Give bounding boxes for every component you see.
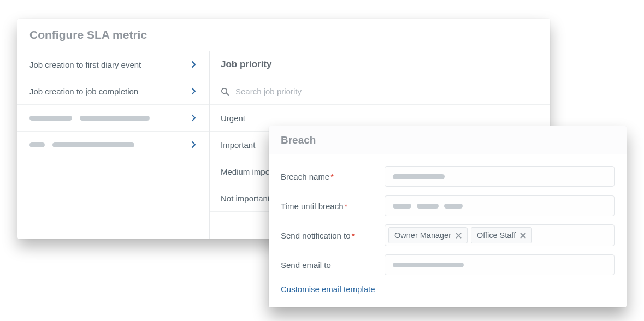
recipient-tag[interactable]: Owner Manager	[388, 227, 468, 243]
placeholder-text	[393, 174, 445, 179]
breach-panel: Breach Breach name* Time until breach*	[269, 126, 627, 307]
label-text: Time until breach	[281, 201, 344, 211]
search-row	[210, 78, 550, 105]
search-input[interactable]	[234, 86, 539, 97]
panel-title: Breach	[269, 126, 627, 154]
chevron-right-icon	[190, 114, 197, 122]
recipient-tag[interactable]: Office Staff	[471, 227, 532, 243]
required-mark: *	[330, 172, 334, 181]
close-icon[interactable]	[520, 233, 526, 239]
panel-title-text: Breach	[281, 134, 316, 146]
send-email-field[interactable]	[385, 254, 615, 275]
list-item-label: Important	[221, 140, 255, 150]
tag-label: Owner Manager	[394, 231, 451, 240]
search-icon	[221, 87, 229, 96]
customise-email-template-link[interactable]: Customise email template	[281, 284, 375, 294]
breach-name-label: Breach name*	[281, 172, 385, 181]
list-item[interactable]	[17, 132, 209, 158]
placeholder-text	[444, 204, 463, 209]
panel-title: Configure SLA metric	[17, 19, 550, 51]
list-item-label: Not important	[221, 194, 270, 203]
section-title: Job priority	[210, 51, 550, 78]
svg-line-1	[226, 93, 228, 95]
placeholder-text	[29, 116, 150, 121]
list-item[interactable]	[17, 105, 209, 132]
list-item-label: Job creation to job completion	[29, 87, 138, 96]
placeholder-text	[393, 204, 411, 209]
list-item-label: Urgent	[221, 114, 245, 123]
required-mark: *	[345, 201, 348, 211]
sla-metric-list: Job creation to first diary event Job cr…	[17, 51, 210, 239]
send-email-label: Send email to	[281, 260, 385, 270]
time-until-breach-label: Time until breach*	[281, 201, 385, 211]
send-notification-label: Send notification to*	[281, 231, 385, 240]
chevron-right-icon	[190, 61, 197, 68]
label-text: Breach name	[281, 172, 329, 181]
chevron-right-icon	[190, 87, 197, 95]
placeholder-text	[29, 142, 134, 147]
label-text: Send notification to	[281, 231, 351, 240]
placeholder-text	[393, 263, 464, 268]
list-item[interactable]: Job creation to first diary event	[17, 51, 209, 78]
time-until-breach-field[interactable]	[385, 195, 615, 216]
placeholder-text	[417, 204, 439, 209]
send-notification-field[interactable]: Owner Manager Office Staff	[385, 224, 615, 246]
list-item-label: Job creation to first diary event	[29, 60, 141, 69]
section-title-text: Job priority	[221, 59, 272, 70]
tag-label: Office Staff	[477, 231, 516, 240]
chevron-right-icon	[190, 141, 197, 148]
close-icon[interactable]	[456, 233, 462, 239]
label-text: Send email to	[281, 260, 331, 270]
panel-title-text: Configure SLA metric	[29, 28, 147, 41]
list-item[interactable]: Job creation to job completion	[17, 78, 209, 105]
breach-name-field[interactable]	[385, 166, 615, 187]
required-mark: *	[352, 231, 355, 240]
